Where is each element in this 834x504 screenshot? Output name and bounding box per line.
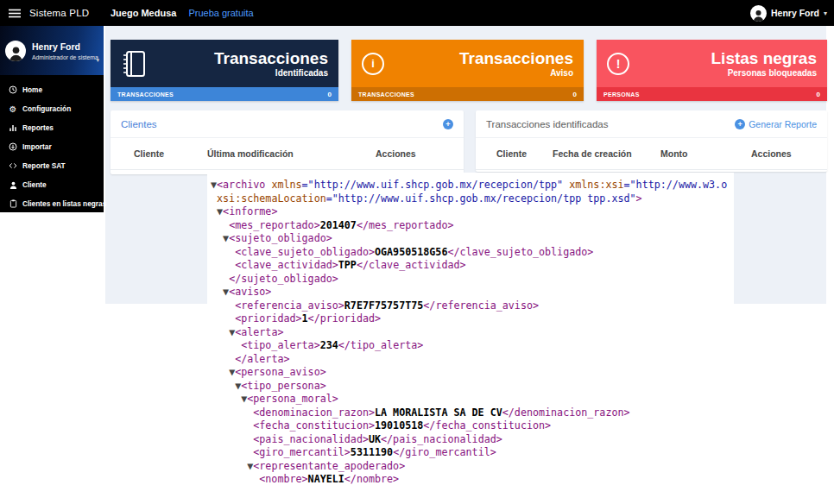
xml-line: ▼<tipo_persona> — [211, 380, 734, 394]
sidebar-item-configuracion[interactable]: ⚙ Configuración — [0, 99, 104, 118]
xml-line: <tipo_alerta>234</tipo_alerta> — [211, 339, 734, 353]
user-icon — [7, 181, 19, 189]
xml-line: ▼<aviso> — [211, 286, 734, 299]
plus-circle-icon: + — [735, 119, 745, 129]
notebook-icon — [121, 50, 147, 78]
add-cliente-button[interactable]: + — [443, 119, 453, 129]
code-icon — [7, 161, 19, 170]
sidebar-user-name: Henry Ford — [32, 41, 98, 52]
table-header-row: Cliente Última modificación Acciones — [111, 138, 464, 170]
card-footer-label: TRANSACCIONES — [358, 91, 414, 98]
sidebar-user-role: Administrador de sistema — [32, 54, 98, 60]
xml-line: <nombre>NAYELI</nombre> — [211, 473, 734, 487]
card-transacciones-identificadas[interactable]: Transacciones Identificadas TRANSACCIONE… — [111, 40, 338, 101]
card-subtitle: Aviso — [459, 68, 573, 78]
panel-clientes: Clientes + Cliente Última modificación A… — [111, 110, 464, 174]
hamburger-menu-icon[interactable] — [0, 9, 29, 18]
card-title: Transacciones — [214, 50, 328, 67]
xml-viewer: ▼<archivo xmlns="http://www.uif.shcp.gob… — [207, 173, 734, 504]
xml-line: <giro_mercantil>5311190</giro_mercantil> — [211, 446, 734, 460]
sidebar-item-reportes[interactable]: Reportes — [0, 118, 104, 137]
top-navbar: Sistema PLD Juego Medusa Prueba gratuita… — [0, 0, 834, 26]
card-subtitle: Identificadas — [214, 68, 328, 78]
gear-icon: ⚙ — [7, 104, 19, 114]
user-name: Henry Ford — [771, 8, 819, 18]
xml-line: ▼<alerta> — [211, 326, 734, 340]
sidebar-avatar — [5, 41, 26, 61]
xml-line: <clave_sujeto_obligado>OGA950518G56</cla… — [211, 246, 734, 260]
xml-line: ▼<sujeto_obligado> — [211, 232, 734, 246]
sidebar: Henry Ford Administrador de sistema ▾ Ho… — [0, 26, 104, 212]
sidebar-item-cliente[interactable]: Cliente — [0, 175, 104, 194]
sidebar-item-reporte-sat[interactable]: Reporte SAT — [0, 156, 104, 175]
card-footer-value: 0 — [328, 91, 332, 98]
card-title: Transacciones — [459, 50, 573, 67]
sidebar-item-home[interactable]: Home — [0, 80, 104, 99]
xml-line: xsi:schemaLocation="http://www.uif.shcp.… — [211, 192, 734, 206]
sidebar-item-clientes-listas-negras[interactable]: Clientes en listas negras — [0, 194, 104, 213]
xml-line: <mes_reportado>201407</mes_reportado> — [211, 219, 734, 233]
xml-line: <prioridad>1</prioridad> — [211, 312, 734, 326]
clipboard-icon — [7, 199, 19, 208]
card-transacciones-aviso[interactable]: i Transacciones Aviso TRANSACCIONES 0 — [351, 40, 584, 101]
bar-chart-icon — [7, 123, 19, 132]
xml-line: ▼<archivo xmlns="http://www.uif.shcp.gob… — [211, 179, 734, 192]
trial-link[interactable]: Prueba gratuita — [188, 8, 253, 18]
card-listas-negras[interactable]: ! Listas negras Personas bloqueadas PERS… — [597, 40, 827, 101]
xml-line: </sujeto_obligado> — [211, 273, 734, 287]
card-footer-value: 0 — [817, 91, 820, 98]
sidebar-user-panel[interactable]: Henry Ford Administrador de sistema ▾ — [0, 26, 104, 75]
xml-line: </alerta> — [211, 353, 734, 367]
table-header-row: Cliente Fecha de creación Monto Acciones — [476, 138, 827, 170]
plus-circle-icon: + — [443, 119, 453, 129]
xml-line: ▼<informe> — [211, 205, 734, 219]
collapse-arrow-icon[interactable]: ▼ — [211, 179, 217, 191]
xml-line: <denominacion_razon>LA MORALISTA SA DE C… — [211, 406, 734, 420]
card-title: Listas negras — [711, 50, 818, 67]
card-footer-label: TRANSACCIONES — [117, 91, 174, 98]
xml-line: <pais_nacionalidad>UK</pais_nacionalidad… — [211, 433, 734, 447]
card-subtitle: Personas bloqueadas — [711, 68, 818, 78]
chevron-down-icon: ▾ — [824, 9, 827, 17]
panel-transacciones-identificadas: Transacciones identificadas + Generar Re… — [476, 110, 827, 172]
user-menu[interactable]: Henry Ford ▾ — [750, 5, 834, 22]
chevron-down-icon: ▾ — [96, 57, 99, 64]
sidebar-menu: Home ⚙ Configuración Reportes Importar — [0, 75, 104, 213]
card-footer-value: 0 — [573, 91, 577, 98]
alert-icon: ! — [607, 53, 629, 75]
panel-title: Clientes — [121, 119, 157, 129]
panel-title: Transacciones identificadas — [486, 119, 608, 129]
user-avatar — [750, 5, 767, 22]
import-icon — [7, 142, 19, 151]
generar-reporte-button[interactable]: + Generar Reporte — [735, 119, 817, 129]
xml-line: <clave_actividad>TPP</clave_actividad> — [211, 259, 734, 273]
xml-line: <referencia_aviso>R7E7F75757T75</referen… — [211, 299, 734, 313]
card-footer-label: PERSONAS — [603, 91, 640, 98]
xml-line: ▼<persona_moral> — [211, 393, 734, 406]
company-name: Juego Medusa — [111, 8, 176, 18]
xml-line: ▼<persona_aviso> — [211, 366, 734, 380]
xml-line: ▼<representante_apoderado> — [211, 460, 734, 474]
info-icon: i — [362, 53, 384, 75]
home-icon — [7, 85, 19, 94]
sidebar-item-importar[interactable]: Importar — [0, 137, 104, 156]
app-title: Sistema PLD — [29, 8, 104, 18]
xml-line: <fecha_constitucion>19010518</fecha_cons… — [211, 419, 734, 433]
